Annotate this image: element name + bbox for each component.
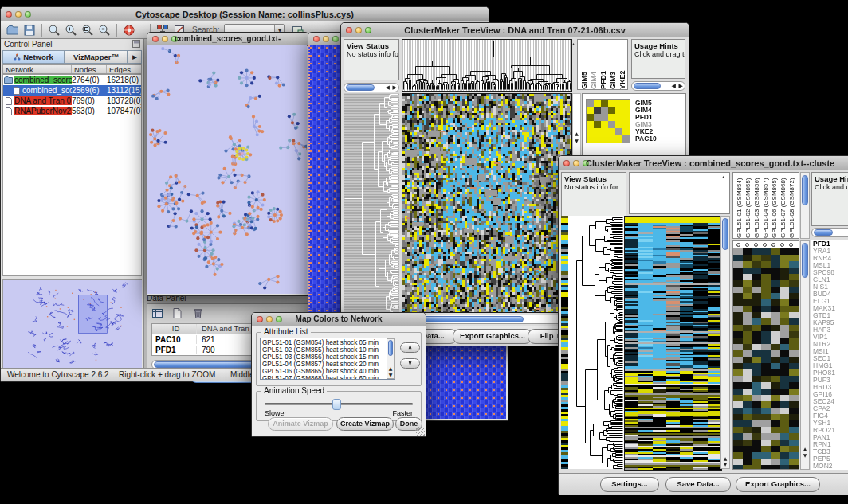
matrix-cell[interactable] <box>622 121 630 128</box>
scroll-down-arrow[interactable]: ▼ <box>801 452 809 458</box>
matrix-cell[interactable] <box>601 114 608 121</box>
matrix-cell[interactable] <box>608 114 615 121</box>
animate-vizmap-button[interactable]: Animate Vizmap <box>268 417 333 431</box>
scroll-thumb[interactable] <box>388 340 393 356</box>
column-label[interactable]: GPL51-02 (GSM855) <box>744 173 752 238</box>
close-button[interactable] <box>313 36 320 42</box>
export-graphics-button[interactable]: Export Graphics... <box>453 329 532 344</box>
matrix-cell[interactable] <box>608 135 615 143</box>
matrix-cell[interactable] <box>601 107 608 114</box>
zoom-hscrollbar[interactable]: ◀ ▶ <box>631 81 685 91</box>
minimize-button[interactable] <box>162 36 168 42</box>
speed-slider-thumb[interactable] <box>332 399 341 410</box>
column-header-edges[interactable]: Edges <box>107 65 141 73</box>
move-up-button[interactable]: ∧ <box>400 342 420 353</box>
matrix-cell[interactable] <box>594 100 601 107</box>
zoom-in-icon[interactable] <box>64 23 78 37</box>
network-tree-row[interactable]: combined_scores2764(0)16218(0) <box>3 75 141 85</box>
column-label[interactable]: YKE2 <box>618 40 626 89</box>
scroll-up-arrow[interactable]: ▲ <box>801 446 809 451</box>
matrix-cell[interactable] <box>601 100 608 107</box>
tab-vizmapper[interactable]: VizMapper™ <box>65 50 128 64</box>
heatmap-canvas[interactable] <box>624 216 722 471</box>
heatmap-canvas[interactable] <box>402 93 572 313</box>
column-dendrogram-area[interactable] <box>629 172 730 214</box>
matrix-cell[interactable] <box>587 128 594 135</box>
scroll-thumb[interactable] <box>802 243 808 278</box>
matrix-cell[interactable] <box>601 121 608 128</box>
save-icon[interactable] <box>22 23 37 37</box>
attribute-list-item[interactable]: GPL51-03 (GSM856) heat shock 15 min <box>262 354 393 361</box>
column-dendrogram-canvas[interactable] <box>402 39 572 92</box>
scroll-thumb[interactable] <box>802 175 808 205</box>
network-tree-row[interactable]: RNAPuberNov2+I563(0)107847(0) <box>3 106 141 116</box>
matrix-cell[interactable] <box>615 107 622 114</box>
close-button[interactable] <box>257 316 263 322</box>
genes-vscrollbar[interactable]: ▲ ▼ <box>800 240 810 470</box>
create-vizmap-button[interactable]: Create Vizmap <box>336 417 394 431</box>
minimize-button[interactable] <box>355 27 362 33</box>
tab-network[interactable]: Network <box>2 50 65 64</box>
attribute-list-item[interactable]: GPL51-07 (GSM868) heat shock 60 min <box>262 375 393 380</box>
matrix-cell[interactable] <box>615 128 622 135</box>
delete-attribute-icon[interactable] <box>191 307 205 320</box>
help-lifering-icon[interactable] <box>122 23 136 37</box>
scroll-right-arrow[interactable]: ▶ <box>393 84 397 92</box>
scroll-down-arrow[interactable]: ▼ <box>573 138 580 143</box>
scroll-down-arrow[interactable]: ▼ <box>387 372 394 377</box>
matrix-cell[interactable] <box>622 100 630 107</box>
move-down-button[interactable]: ∨ <box>400 358 420 369</box>
zoom-button[interactable] <box>332 36 339 42</box>
export-graphics-button[interactable]: Export Graphics... <box>736 477 820 492</box>
row-label[interactable]: PAC10 <box>635 135 657 143</box>
dialog-titlebar[interactable]: Map Colors to Network <box>252 313 426 326</box>
column-header-nodes[interactable]: Nodes <box>72 65 107 73</box>
matrix-cell[interactable] <box>601 128 608 135</box>
close-button[interactable] <box>6 11 12 18</box>
open-file-icon[interactable] <box>6 23 20 37</box>
attribute-vscrollbar[interactable]: ▲ ▼ <box>387 338 395 379</box>
matrix-cell[interactable] <box>622 135 630 143</box>
scroll-left-arrow[interactable]: ◀ <box>672 82 676 91</box>
matrix-cell[interactable] <box>594 128 601 135</box>
matrix-cell[interactable] <box>594 114 601 121</box>
minimize-button[interactable] <box>323 36 329 42</box>
column-label[interactable]: GIM3 <box>609 40 617 89</box>
column-label[interactable]: GPL51-07 (GSM868) <box>779 173 787 238</box>
matrix-cell[interactable] <box>622 107 630 114</box>
scroll-right-arrow[interactable]: ▶ <box>679 82 683 91</box>
zoom-out-icon[interactable] <box>47 23 61 37</box>
usage-hscrollbar[interactable] <box>811 228 848 237</box>
network-overview-canvas[interactable] <box>3 280 142 368</box>
heatmap-vscrollbar[interactable]: ▲ ▼ <box>720 216 730 469</box>
attribute-list-item[interactable]: GPL51-06 (GSM865) heat shock 40 min <box>262 368 393 375</box>
matrix-cell[interactable] <box>622 128 630 135</box>
matrix-cell[interactable] <box>594 135 601 143</box>
network-tree-row[interactable]: DNA and Tran 07769(0)183728(0) <box>3 96 141 106</box>
zoom-heatmap-matrix[interactable] <box>586 99 630 143</box>
scroll-up-arrow[interactable]: ▲ <box>721 455 729 461</box>
minimize-button[interactable] <box>573 160 579 166</box>
column-label[interactable]: GPL51-04 (GSM857) <box>762 173 769 238</box>
row-tree-hscrollbar[interactable]: ◀ ▶ <box>344 83 399 92</box>
save-data-button[interactable]: Save Data... <box>665 477 731 492</box>
treeview2-titlebar[interactable]: ClusterMaker TreeView : combined_scores_… <box>559 156 848 171</box>
row-dendrogram-canvas[interactable] <box>568 216 624 469</box>
zoom-heatmap-canvas[interactable] <box>733 248 799 469</box>
matrix-cell[interactable] <box>587 121 594 128</box>
network-view-titlebar[interactable]: combined_scores_good.txt--cluste... <box>147 33 308 46</box>
network-canvas[interactable] <box>147 45 307 294</box>
matrix-cell[interactable] <box>601 135 608 143</box>
column-label[interactable]: GIM4 <box>590 40 598 89</box>
matrix-cell[interactable] <box>615 135 622 143</box>
resize-grip[interactable] <box>416 427 425 436</box>
labels-vscrollbar[interactable] <box>800 172 810 239</box>
column-header-network[interactable]: Network <box>3 65 72 73</box>
network-overview-panel[interactable] <box>2 279 142 370</box>
attribute-select-icon[interactable] <box>151 307 164 320</box>
overview-strip-canvas[interactable] <box>561 216 568 469</box>
scroll-thumb[interactable] <box>346 84 375 91</box>
matrix-cell[interactable] <box>615 100 622 107</box>
attribute-list-item[interactable]: GPL51-01 (GSM854) heat shock 05 min <box>262 339 393 346</box>
column-label[interactable]: PFD1 <box>599 40 607 89</box>
